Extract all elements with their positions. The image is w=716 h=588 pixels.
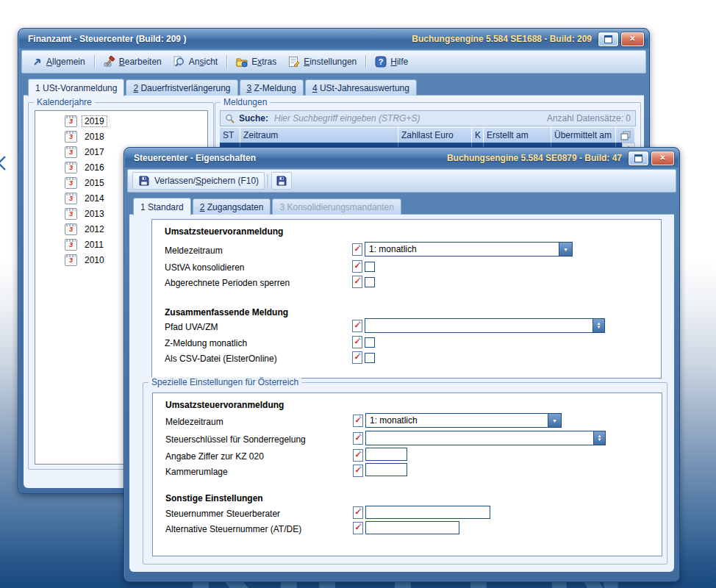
meldezeitraum-select[interactable]: 1: monatlich ▼ (365, 242, 573, 257)
validated-icon: ✓ (352, 320, 362, 332)
section-heading: Umsatzsteuervoranmeldung (165, 400, 284, 410)
selected-value: 1: monatlich (366, 415, 548, 426)
dropdown-arrow-icon[interactable]: ▼ (559, 243, 572, 256)
question-icon: ? (375, 56, 387, 68)
tab-zugangsdaten[interactable]: 2 Zugangsdaten (193, 198, 271, 215)
save-icon (138, 175, 150, 187)
validated-icon: ✓ (352, 336, 362, 348)
close-button[interactable]: ✕ (651, 151, 674, 165)
col-k[interactable]: K (472, 128, 484, 143)
alt-steuernummer-input[interactable] (365, 521, 459, 534)
col-st[interactable]: ST (220, 128, 240, 143)
validated-icon: ✓ (353, 506, 363, 519)
tab-konsolidierungsmandanten: 3 Konsolidierungsmandanten (272, 198, 401, 215)
svg-text:?: ? (379, 57, 384, 66)
field-label: Abgerechnete Perioden sperren (165, 278, 290, 288)
perioden-sperren-checkbox[interactable] (365, 277, 375, 287)
calendar-icon: 3 (65, 177, 77, 189)
group-label: Meldungen (221, 97, 270, 107)
titlebar[interactable]: Steuercenter - Eigenschaften Buchungseng… (125, 148, 679, 168)
form-pencil-icon (288, 56, 300, 68)
menu-bearbeiten[interactable]: Bearbeiten (98, 54, 168, 70)
copy-icon (620, 131, 631, 140)
tab-page-standard: Umsatzsteuervoranmeldung Meldezeitraum ✓… (129, 214, 674, 572)
window-eigenschaften: Steuercenter - Eigenschaften Buchungseng… (123, 147, 680, 582)
main-tabstrip: 1 USt-Voranmeldung 2 Dauerfristverlänger… (28, 79, 417, 96)
tree-item-year[interactable]: 32019 (35, 113, 207, 129)
folder-icon (236, 56, 248, 68)
tab-ust-jahresauswertung[interactable]: 4 USt-Jahresauswertung (305, 79, 417, 96)
spinner-icon[interactable]: ▲▼ (593, 431, 605, 445)
austria-settings-group: Spezielle Einstellungen für Österreich U… (143, 382, 667, 564)
field-label: Als CSV-Datei (ElsterOnline) (165, 354, 277, 364)
col-zahllast[interactable]: Zahllast Euro (398, 128, 472, 143)
field-label: Meldezeitraum (165, 245, 223, 256)
general-settings-box: Umsatzsteuervoranmeldung Meldezeitraum ✓… (151, 219, 662, 379)
menu-extras[interactable]: Extras (230, 54, 282, 70)
version-label: Buchungsengine 5.584 SE0879 - Build: 47 (447, 153, 622, 163)
field-label: Z-Meldung monatlich (165, 338, 247, 348)
section-heading: Umsatzsteuervoranmeldung (165, 226, 283, 237)
steuernummer-input[interactable] (365, 506, 490, 519)
tab-dauerfristverlaengerung[interactable]: 2 Dauerfristverlängerung (126, 79, 237, 96)
close-icon: ✕ (629, 35, 635, 43)
field-label: Kammerumlage (165, 467, 228, 477)
tab-z-meldung[interactable]: 3 Z-Meldung (240, 79, 304, 96)
menu-ansicht[interactable]: Ansicht (168, 54, 223, 70)
col-zeitraum[interactable]: Zeitraum (240, 128, 398, 143)
zm-monatlich-checkbox[interactable] (365, 337, 375, 348)
arrow-up-right-icon (32, 57, 43, 67)
validated-icon: ✓ (353, 465, 363, 477)
tab-ust-voranmeldung[interactable]: 1 USt-Voranmeldung (28, 79, 124, 96)
spinner-icon[interactable]: ▲▼ (593, 319, 604, 332)
properties-tabstrip: 1 Standard 2 Zugangsdaten 3 Konsolidieru… (133, 198, 401, 215)
version-label: Buchungsengine 5.584 SE1688 - Build: 209 (412, 34, 592, 44)
csv-checkbox[interactable] (365, 353, 375, 363)
menu-hilfe[interactable]: ? Hilfe (369, 54, 414, 70)
field-label: Meldezeitraum (165, 417, 223, 427)
menu-separator (365, 55, 366, 68)
col-uebermittelt[interactable]: Übermittelt am (551, 128, 616, 143)
calendar-icon: 3 (65, 254, 77, 266)
restore-button[interactable] (598, 32, 618, 46)
close-button[interactable]: ✕ (621, 32, 644, 46)
search-input[interactable] (273, 112, 543, 124)
validated-icon: ✓ (352, 243, 362, 256)
validated-icon: ✓ (353, 415, 363, 427)
austria-settings-box: Umsatzsteuervoranmeldung Meldezeitraum ✓… (152, 392, 662, 556)
validated-icon: ✓ (352, 276, 362, 288)
calendar-icon: 3 (65, 193, 77, 204)
col-options[interactable] (616, 128, 634, 143)
validated-icon: ✓ (353, 432, 363, 445)
ustva-konsolidieren-checkbox[interactable] (365, 262, 375, 272)
calendar-icon: 3 (65, 208, 77, 220)
calendar-icon: 3 (65, 131, 77, 143)
titlebar[interactable]: Finanzamt - Steuercenter (Build: 209 ) B… (19, 29, 648, 49)
pfad-uva-zm-input[interactable]: ▲▼ (365, 318, 605, 333)
tab-standard[interactable]: 1 Standard (133, 198, 191, 215)
toolbar: Verlassen/Speichern (F10) (127, 169, 676, 193)
field-label: Steuernummer Steuerberater (165, 509, 280, 519)
save-button[interactable] (271, 172, 292, 190)
group-label: Kalenderjahre (34, 97, 95, 107)
kz020-input[interactable] (365, 448, 407, 461)
steuerschluessel-input[interactable]: ▲▼ (365, 431, 606, 445)
at-meldezeitraum-select[interactable]: 1: monatlich ▼ (365, 413, 562, 428)
search-label: Suche: (239, 113, 268, 123)
kammerumlage-input[interactable] (365, 463, 407, 476)
close-icon: ✕ (659, 154, 665, 162)
window-title: Finanzamt - Steuercenter (Build: 209 ) (19, 34, 186, 44)
calendar-icon: 3 (65, 239, 77, 251)
section-heading: Sonstige Einstellungen (165, 493, 263, 503)
tree-item-year[interactable]: 32018 (35, 129, 207, 144)
dropdown-arrow-icon[interactable]: ▼ (548, 414, 561, 427)
watermark-fragment-icon (0, 156, 7, 173)
field-label: Alternative Steuernummer (AT/DE) (165, 524, 301, 534)
save-exit-button[interactable]: Verlassen/Speichern (F10) (132, 172, 265, 190)
menu-allgemein[interactable]: Allgemein (26, 54, 91, 69)
menu-einstellungen[interactable]: Einstellungen (282, 54, 362, 70)
magnifier-icon (173, 56, 185, 68)
restore-button[interactable] (629, 151, 648, 165)
search-icon (225, 114, 235, 123)
col-erstellt[interactable]: Erstellt am (484, 128, 551, 143)
